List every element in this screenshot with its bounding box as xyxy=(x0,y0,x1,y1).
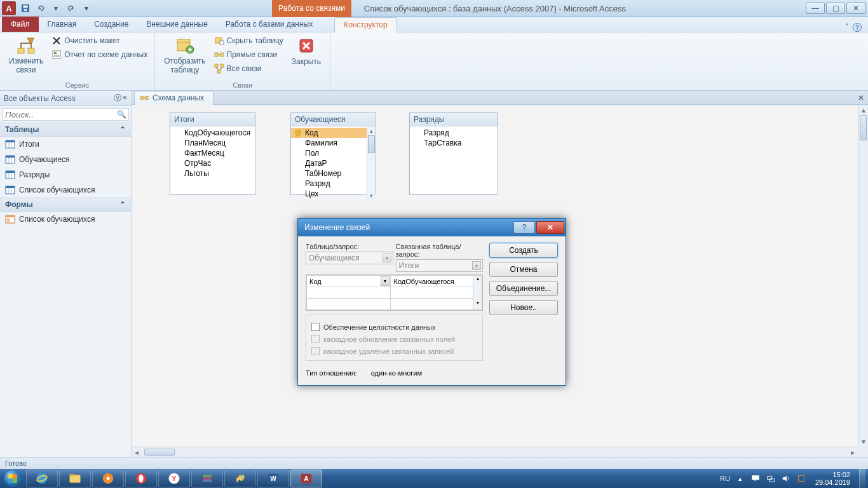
dropdown-icon[interactable]: ▾ xyxy=(383,254,391,262)
navgroup-forms-header[interactable]: Формы ⌃ xyxy=(0,198,131,212)
combo-related-table[interactable]: Итоги ▾ xyxy=(396,259,484,272)
grid-scrollbar[interactable]: ▴ ▾ xyxy=(473,276,482,310)
table-field[interactable]: Фамилия xyxy=(291,138,367,148)
input-language[interactable]: RU xyxy=(720,475,730,482)
close-button[interactable]: ✕ xyxy=(846,3,865,14)
cancel-button[interactable]: Отмена xyxy=(489,262,558,277)
taskbar-item-yandex[interactable]: Y xyxy=(158,470,190,487)
edit-relationships-button[interactable]: Изменить связи xyxy=(5,34,47,76)
search-input[interactable] xyxy=(2,108,129,121)
tray-chevron-icon[interactable]: ▴ xyxy=(735,473,745,484)
navitem-form[interactable]: Список обучающихся xyxy=(0,212,131,227)
close-button-ribbon[interactable]: Закрыть xyxy=(288,34,325,67)
table-field[interactable]: Льготы xyxy=(170,168,255,179)
checkbox-icon[interactable] xyxy=(311,323,320,331)
taskbar-item-word[interactable]: W xyxy=(257,470,289,487)
scroll-thumb[interactable] xyxy=(368,135,375,153)
scroll-up-icon[interactable]: ▴ xyxy=(367,126,376,135)
table-field[interactable]: ФактМесяц xyxy=(170,148,255,158)
grid-empty-cell[interactable] xyxy=(307,287,391,299)
undo-dropdown-icon[interactable]: ▾ xyxy=(49,1,63,15)
field-left-cell[interactable]: Код ▾ xyxy=(307,276,391,287)
create-new-button[interactable]: Новое.. xyxy=(489,300,558,315)
combo-table[interactable]: Обучающиеся ▾ xyxy=(306,252,393,264)
navpane-dropdown-icon[interactable]: ⓥ xyxy=(114,93,121,104)
table-field[interactable]: Пол xyxy=(291,148,367,158)
scroll-down-icon[interactable]: ▾ xyxy=(473,300,482,309)
horizontal-scrollbar[interactable]: ◂ ▸ xyxy=(132,447,858,457)
minimize-button[interactable]: — xyxy=(806,3,825,14)
scroll-thumb[interactable] xyxy=(144,449,175,456)
taskbar-item-paint[interactable] xyxy=(224,470,256,487)
table-field[interactable]: КодОбучающегося xyxy=(170,128,255,138)
table-field-key[interactable]: Код xyxy=(291,128,367,138)
navitem-table[interactable]: Обучающиеся xyxy=(0,152,131,167)
tab-create[interactable]: Создание xyxy=(85,17,137,32)
navpane-header[interactable]: Все объекты Access ⓥ « xyxy=(0,91,131,106)
taskbar-item-ie[interactable] xyxy=(26,470,58,487)
file-tab[interactable]: Файл xyxy=(2,17,39,32)
network-icon[interactable] xyxy=(766,473,776,484)
table-field[interactable]: ТабНомер xyxy=(291,168,367,179)
grid-empty-cell[interactable] xyxy=(391,299,473,310)
show-table-button[interactable]: Отобразить таблицу xyxy=(160,34,209,76)
scroll-down-icon[interactable]: ▾ xyxy=(367,191,376,200)
scroll-left-icon[interactable]: ◂ xyxy=(132,447,142,457)
tab-dbtools[interactable]: Работа с базами данных xyxy=(217,17,322,32)
clear-layout-button[interactable]: Очистить макет xyxy=(50,34,149,47)
create-button[interactable]: Создать xyxy=(489,243,558,258)
dialog-help-button[interactable]: ? xyxy=(513,221,535,234)
navitem-table[interactable]: Итоги xyxy=(0,137,131,152)
document-tab[interactable]: Схема данных xyxy=(134,91,214,105)
taskbar-item-access-active[interactable]: A xyxy=(290,470,322,487)
qat-customize-icon[interactable]: ▾ xyxy=(79,1,93,15)
tray-misc-icon[interactable] xyxy=(796,473,806,484)
table-box-obuch[interactable]: Обучающиеся Код Фамилия Пол ДатаР ТабНом… xyxy=(290,112,376,195)
vertical-scrollbar[interactable]: ▴ ▾ xyxy=(858,105,868,447)
tab-home[interactable]: Главная xyxy=(39,17,86,32)
show-desktop-button[interactable] xyxy=(859,469,865,488)
tab-external[interactable]: Внешние данные xyxy=(137,17,217,32)
join-type-button[interactable]: Объединение... xyxy=(489,281,558,296)
scroll-up-icon[interactable]: ▴ xyxy=(473,276,482,285)
taskbar-item-winrar[interactable] xyxy=(191,470,223,487)
field-right-cell[interactable]: КодОбучающегося xyxy=(391,276,473,287)
field-mapping-grid[interactable]: Код ▾ КодОбучающегося ▴ ▾ xyxy=(306,274,483,311)
ribbon-minimize-icon[interactable]: ˄ xyxy=(845,23,849,32)
navitem-table[interactable]: Список обучающихся xyxy=(0,182,131,198)
table-box-itogi[interactable]: Итоги КодОбучающегося ПланМесяц ФактМеся… xyxy=(170,112,255,195)
navpane-collapse-icon[interactable]: « xyxy=(123,93,127,104)
table-field[interactable]: ОтрЧас xyxy=(170,158,255,168)
help-icon[interactable]: ? xyxy=(853,23,862,32)
table-field[interactable]: Разряд xyxy=(410,128,498,138)
dropdown-icon[interactable]: ▾ xyxy=(472,261,481,270)
dialog-titlebar[interactable]: Изменение связей ? ✕ xyxy=(298,219,566,236)
scroll-up-icon[interactable]: ▴ xyxy=(858,105,868,115)
taskbar-item-explorer[interactable] xyxy=(59,470,91,487)
table-scrollbar[interactable]: ▴ ▾ xyxy=(367,126,376,200)
dropdown-icon[interactable]: ▾ xyxy=(381,276,390,286)
navgroup-tables-header[interactable]: Таблицы ⌃ xyxy=(0,123,131,137)
checkbox-integrity[interactable]: Обеспечение целостности данных xyxy=(311,323,477,331)
search-icon[interactable]: 🔍 xyxy=(117,110,126,119)
relationship-report-button[interactable]: Отчет по схеме данных xyxy=(50,48,149,61)
table-field[interactable]: ДатаР xyxy=(291,158,367,168)
table-field[interactable]: Цех xyxy=(291,189,367,199)
navitem-table[interactable]: Разряды xyxy=(0,167,131,182)
volume-icon[interactable] xyxy=(781,473,791,484)
table-field[interactable]: Разряд xyxy=(291,179,367,189)
action-center-icon[interactable] xyxy=(750,473,761,484)
maximize-button[interactable]: ▢ xyxy=(826,3,845,14)
table-field[interactable]: ТарСтавка xyxy=(410,138,498,148)
taskbar-item-wmp[interactable] xyxy=(92,470,124,487)
scroll-right-icon[interactable]: ▸ xyxy=(848,447,858,457)
redo-icon[interactable] xyxy=(64,1,78,15)
grid-empty-cell[interactable] xyxy=(307,299,391,310)
undo-icon[interactable] xyxy=(34,1,48,15)
table-box-razr[interactable]: Разряды Разряд ТарСтавка xyxy=(409,112,498,195)
scroll-down-icon[interactable]: ▾ xyxy=(858,437,868,447)
clock[interactable]: 15:02 29.04.2019 xyxy=(811,471,854,486)
save-icon[interactable] xyxy=(18,1,32,15)
tab-design[interactable]: Конструктор xyxy=(334,17,397,32)
dialog-close-button[interactable]: ✕ xyxy=(536,221,564,234)
